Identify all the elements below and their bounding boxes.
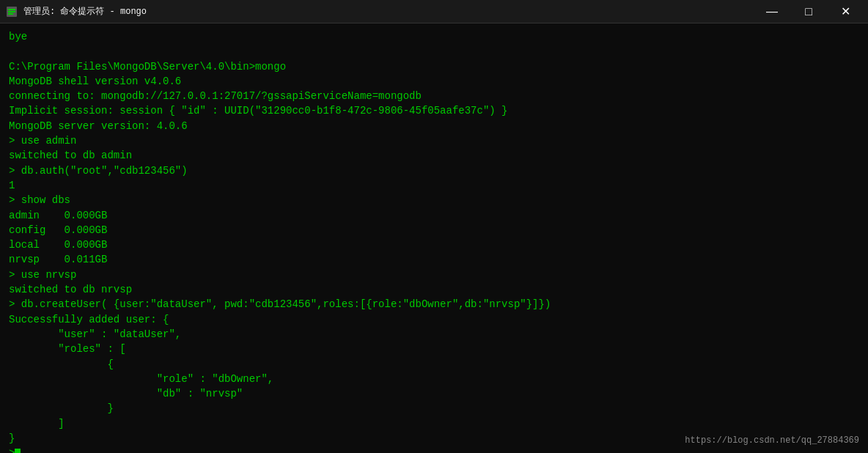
svg-rect-2	[8, 11, 15, 12]
svg-rect-1	[8, 9, 15, 10]
window: 管理员: 命令提示符 - mongo — □ ✕ bye C:\Program …	[0, 0, 868, 453]
svg-rect-3	[8, 13, 13, 15]
watermark: https://blog.csdn.net/qq_27884369	[685, 435, 859, 447]
minimize-button[interactable]: —	[755, 0, 789, 23]
close-button[interactable]: ✕	[828, 0, 862, 23]
terminal-output: bye C:\Program Files\MongoDB\Server\4.0\…	[9, 29, 859, 453]
terminal-window[interactable]: bye C:\Program Files\MongoDB\Server\4.0\…	[0, 23, 868, 453]
window-icon	[6, 6, 18, 18]
maximize-button[interactable]: □	[792, 0, 825, 23]
title-bar: 管理员: 命令提示符 - mongo — □ ✕	[0, 0, 868, 23]
window-controls: — □ ✕	[755, 0, 862, 23]
window-title: 管理员: 命令提示符 - mongo	[23, 5, 749, 18]
